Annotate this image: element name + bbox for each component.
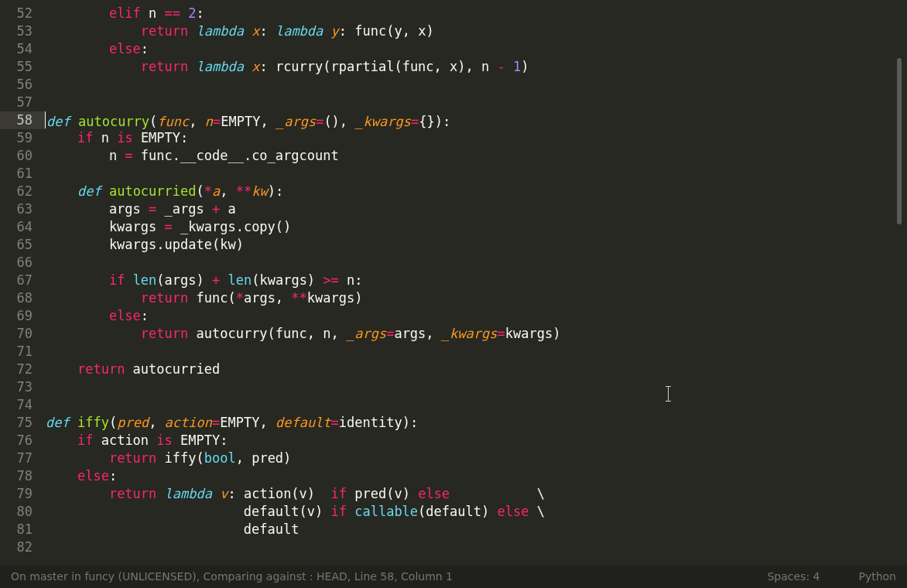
code-line[interactable]: return iffy(bool, pred) <box>46 450 892 467</box>
line-number: 80 <box>0 503 46 521</box>
line-number: 74 <box>0 396 46 414</box>
code-line[interactable]: return autocurry(func, n, _args=args, _k… <box>46 325 892 343</box>
code-line[interactable]: def autocurry(func, n=EMPTY, _args=(), _… <box>46 111 892 129</box>
minimap-scrollbar[interactable] <box>892 0 907 566</box>
line-number: 66 <box>0 254 46 272</box>
line-number: 75 <box>0 414 46 432</box>
line-number: 62 <box>0 183 46 200</box>
line-number: 60 <box>0 147 46 165</box>
line-number: 53 <box>0 22 46 40</box>
line-number: 76 <box>0 432 46 450</box>
status-left[interactable]: On master in funcy (UNLICENSED), Compari… <box>11 568 767 586</box>
code-line[interactable]: args = _args + a <box>46 200 892 218</box>
code-line[interactable]: if action is EMPTY: <box>46 432 892 450</box>
code-editor[interactable]: 5152535455565758596061626364656667686970… <box>0 0 907 566</box>
line-number: 78 <box>0 467 46 485</box>
line-number: 56 <box>0 76 46 94</box>
line-number: 61 <box>0 165 46 183</box>
code-line[interactable]: if n is EMPTY: <box>46 129 892 147</box>
code-line[interactable]: default(v) if callable(default) else \ <box>46 503 892 521</box>
code-line[interactable]: else: <box>46 467 892 485</box>
line-number: 52 <box>0 5 46 22</box>
line-number: 71 <box>0 343 46 361</box>
code-line[interactable]: else: <box>46 40 892 58</box>
status-bar: On master in funcy (UNLICENSED), Compari… <box>0 566 907 588</box>
code-line[interactable]: default <box>46 521 892 538</box>
code-line[interactable]: elif n == 2: <box>46 5 892 22</box>
line-number: 64 <box>0 218 46 236</box>
line-number: 77 <box>0 450 46 467</box>
code-line[interactable]: return func(*args, **kwargs) <box>46 289 892 307</box>
line-number: 73 <box>0 378 46 396</box>
status-language[interactable]: Python <box>858 568 896 586</box>
line-number-gutter: 5152535455565758596061626364656667686970… <box>0 0 46 566</box>
code-line[interactable]: return lambda x: lambda y: func(y, x) <box>46 22 892 40</box>
code-line[interactable] <box>46 538 892 556</box>
scrollbar-thumb[interactable] <box>897 58 902 224</box>
code-line[interactable] <box>46 254 892 272</box>
code-line[interactable]: n = func.__code__.co_argcount <box>46 147 892 165</box>
code-line[interactable] <box>46 165 892 183</box>
code-line[interactable]: kwargs = _kwargs.copy() <box>46 218 892 236</box>
line-number: 67 <box>0 272 46 289</box>
code-line[interactable]: def autocurried(*a, **kw): <box>46 183 892 200</box>
line-number: 69 <box>0 307 46 325</box>
line-number: 55 <box>0 58 46 76</box>
code-line[interactable] <box>46 76 892 94</box>
line-number: 65 <box>0 236 46 254</box>
code-line[interactable]: return lambda v: action(v) if pred(v) el… <box>46 485 892 503</box>
code-line[interactable]: if len(args) + len(kwargs) >= n: <box>46 272 892 289</box>
line-number: 54 <box>0 40 46 58</box>
code-line[interactable] <box>46 396 892 414</box>
code-line[interactable]: return lambda x: rcurry(rpartial(func, x… <box>46 58 892 76</box>
line-number: 81 <box>0 521 46 538</box>
code-line[interactable] <box>46 378 892 396</box>
line-number: 82 <box>0 538 46 556</box>
code-line[interactable] <box>46 94 892 111</box>
code-line[interactable]: kwargs.update(kw) <box>46 236 892 254</box>
line-number: 59 <box>0 129 46 147</box>
line-number: 68 <box>0 289 46 307</box>
code-line[interactable]: return autocurried <box>46 361 892 378</box>
line-number: 72 <box>0 361 46 378</box>
line-number: 79 <box>0 485 46 503</box>
status-spaces[interactable]: Spaces: 4 <box>767 568 820 586</box>
line-number: 63 <box>0 200 46 218</box>
code-line[interactable] <box>46 343 892 361</box>
code-line[interactable]: else: <box>46 307 892 325</box>
line-number: 58 <box>0 111 46 129</box>
code-line[interactable]: def iffy(pred, action=EMPTY, default=ide… <box>46 414 892 432</box>
line-number: 70 <box>0 325 46 343</box>
code-area[interactable]: return func elif n == 2: return lambda x… <box>46 0 892 566</box>
line-number: 57 <box>0 94 46 111</box>
